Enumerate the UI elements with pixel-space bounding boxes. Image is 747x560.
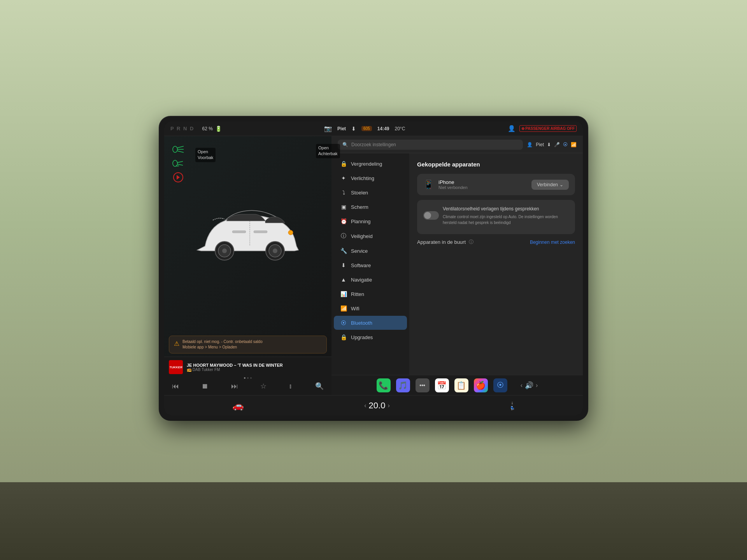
- status-download-icon: ⬇: [351, 126, 356, 132]
- left-panel: Open Voorbak Open Achterbak: [164, 136, 331, 395]
- section-title: Gekoppelde apparaten: [417, 161, 575, 168]
- dock-calendar[interactable]: 📅: [435, 378, 449, 392]
- nav-icon: ▲: [340, 276, 347, 283]
- volume-control: ‹ 🔊 ›: [521, 381, 538, 390]
- sidebar-item-veiligheid[interactable]: ⓘ Veiligheid: [334, 229, 407, 243]
- sidebar-item-stoelen[interactable]: ⤵ Stoelen: [334, 186, 407, 200]
- safety-icon: ⓘ: [340, 233, 347, 240]
- connect-button[interactable]: Verbinden ⌄: [531, 180, 569, 190]
- sidebar-label-vergrendeling: Vergrendeling: [351, 161, 382, 167]
- status-time: 14:49: [377, 126, 389, 131]
- dock-notes[interactable]: 📋: [454, 378, 468, 392]
- sidebar-item-vergrendeling[interactable]: 🔒 Vergrendeling: [334, 157, 407, 171]
- sidebar-item-scherm[interactable]: ▣ Scherm: [334, 200, 407, 214]
- volume-icon: 🔊: [525, 381, 533, 390]
- music-title: JE HOORT MAYWOOD – 'T WAS IN DE WINTER: [187, 363, 327, 368]
- dock-music[interactable]: 🎵: [396, 378, 410, 392]
- sidebar-item-navigatie[interactable]: ▲ Navigatie: [334, 273, 407, 287]
- dot-2: [247, 377, 249, 379]
- wrench-icon: 🔧: [340, 248, 347, 254]
- sidebar-label-service: Service: [351, 248, 368, 254]
- search-box[interactable]: 🔍 Doorzoek instellingen: [338, 140, 523, 150]
- svg-rect-15: [232, 231, 246, 233]
- sidebar-item-planning[interactable]: ⏰ Planning: [334, 214, 407, 228]
- lock-icon: 🔒: [340, 161, 347, 167]
- ventilation-text: Ventilatorsnelheid verlagen tijdens gesp…: [443, 205, 569, 226]
- music-station: 📻 DAB Tukker FM: [187, 368, 327, 372]
- screen-inner: P R N D 62 % 🔋 📷 Piet ⬇ 605 14:49 20°C 👤…: [164, 121, 583, 415]
- wifi-icon-status: 📶: [571, 142, 577, 147]
- sidebar-label-software: Software: [351, 262, 371, 268]
- svg-point-10: [222, 248, 227, 253]
- dashboard-strip: [0, 482, 747, 560]
- brand-logo: ⊕ PASSENGER AIRBAG OFF: [519, 125, 577, 132]
- trunk-label[interactable]: Open Achterbak: [316, 144, 340, 158]
- svg-point-17: [288, 230, 293, 235]
- download-icon: ⬇: [547, 142, 551, 147]
- sidebar-label-scherm: Scherm: [351, 204, 368, 210]
- status-update-count[interactable]: 605: [361, 126, 372, 131]
- sidebar-item-verlichting[interactable]: ✦ Verlichting: [334, 171, 407, 185]
- dock-phone[interactable]: 📞: [377, 378, 391, 392]
- temperature-display[interactable]: ‹ 20.0 ›: [364, 401, 389, 411]
- right-panel: 🔍 Doorzoek instellingen 👤 Piet ⬇ 🎤 ⦿ 📶: [331, 136, 583, 395]
- wifi-icon: 📶: [340, 305, 347, 312]
- car-icon[interactable]: 🚗: [232, 400, 244, 411]
- settings-body: 🔒 Vergrendeling ✦ Verlichting ⤵ Stoelen: [331, 153, 583, 375]
- status-temp: 20°C: [395, 126, 405, 131]
- sidebar-item-wifi[interactable]: 📶 Wifi: [334, 301, 407, 315]
- dock-fruit[interactable]: 🍎: [474, 378, 488, 392]
- frunk-label[interactable]: Open Voorbak: [195, 148, 216, 162]
- info-icon: ⓘ: [469, 239, 473, 245]
- user-name: Piet: [536, 142, 544, 147]
- ventilation-toggle[interactable]: [423, 211, 439, 220]
- battery-icon: 🔋: [215, 126, 222, 132]
- music-info: TUKKER JE HOORT MAYWOOD – 'T WAS IN DE W…: [169, 360, 327, 374]
- equalizer-button[interactable]: ⫾: [288, 381, 294, 392]
- avatar-icon: 👤: [508, 125, 516, 132]
- nearby-label: Apparaten in de buurt: [417, 239, 466, 245]
- software-icon: ⬇: [340, 262, 347, 268]
- radio-logo: TUKKER: [169, 360, 183, 374]
- music-details: JE HOORT MAYWOOD – 'T WAS IN DE WINTER 📻…: [187, 363, 327, 372]
- device-name: iPhone: [438, 179, 527, 185]
- status-user: Piet: [337, 126, 346, 131]
- warning-banner: ⚠ Betaald opl. niet mog. - Contr. onbeta…: [169, 336, 327, 354]
- status-right-icons: 👤 ⊕ PASSENGER AIRBAG OFF: [508, 125, 577, 132]
- ventilation-card: Ventilatorsnelheid verlagen tijdens gesp…: [417, 200, 575, 234]
- screen-bezel: P R N D 62 % 🔋 📷 Piet ⬇ 605 14:49 20°C 👤…: [160, 117, 587, 420]
- search-music-button[interactable]: 🔍: [314, 380, 325, 392]
- volume-chevron-left[interactable]: ‹: [521, 382, 523, 389]
- car-view: Open Voorbak Open Achterbak: [164, 136, 331, 332]
- user-icon: 👤: [527, 142, 533, 147]
- sidebar-item-software[interactable]: ⬇ Software: [334, 258, 407, 272]
- light-icon: ✦: [340, 175, 347, 181]
- device-card: 📱 iPhone Niet verbonden Verbinden ⌄: [417, 174, 575, 195]
- sidebar-label-wifi: Wifi: [351, 306, 359, 312]
- dot-3: [250, 377, 252, 379]
- mic-icon: 🎤: [554, 142, 560, 147]
- planning-icon: ⏰: [340, 218, 347, 224]
- music-dots: [169, 377, 327, 379]
- sidebar-item-ritten[interactable]: 📊 Ritten: [334, 287, 407, 301]
- stop-button[interactable]: ⏹: [200, 381, 210, 392]
- sidebar-label-planning: Planning: [351, 219, 371, 224]
- sidebar-item-bluetooth[interactable]: ⦿ Bluetooth: [334, 316, 407, 330]
- sidebar-item-service[interactable]: 🔧 Service: [334, 244, 407, 258]
- battery-percent: 62 %: [202, 126, 212, 131]
- bottom-bar: 🚗 ‹ 20.0 › 🌡 💺: [164, 395, 583, 415]
- next-button[interactable]: ⏭: [230, 381, 240, 392]
- device-info: iPhone Niet verbonden: [438, 179, 527, 190]
- settings-main-content: Gekoppelde apparaten 📱 iPhone Niet verbo…: [409, 153, 583, 375]
- sidebar-item-upgrades[interactable]: 🔒 Upgrades: [334, 330, 407, 344]
- settings-user-icons: 👤 Piet ⬇ 🎤 ⦿ 📶: [527, 142, 577, 147]
- favorite-button[interactable]: ☆: [259, 380, 268, 392]
- dock-more[interactable]: •••: [416, 378, 430, 392]
- dock-bluetooth[interactable]: ⦿: [493, 378, 507, 392]
- nearby-action[interactable]: Beginnen met zoeken: [530, 240, 575, 245]
- bluetooth-menu-icon: ⦿: [340, 320, 347, 326]
- sidebar-label-stoelen: Stoelen: [351, 190, 368, 196]
- prev-button[interactable]: ⏮: [170, 381, 181, 392]
- trips-icon: 📊: [340, 291, 347, 297]
- volume-chevron-right[interactable]: ›: [536, 382, 538, 389]
